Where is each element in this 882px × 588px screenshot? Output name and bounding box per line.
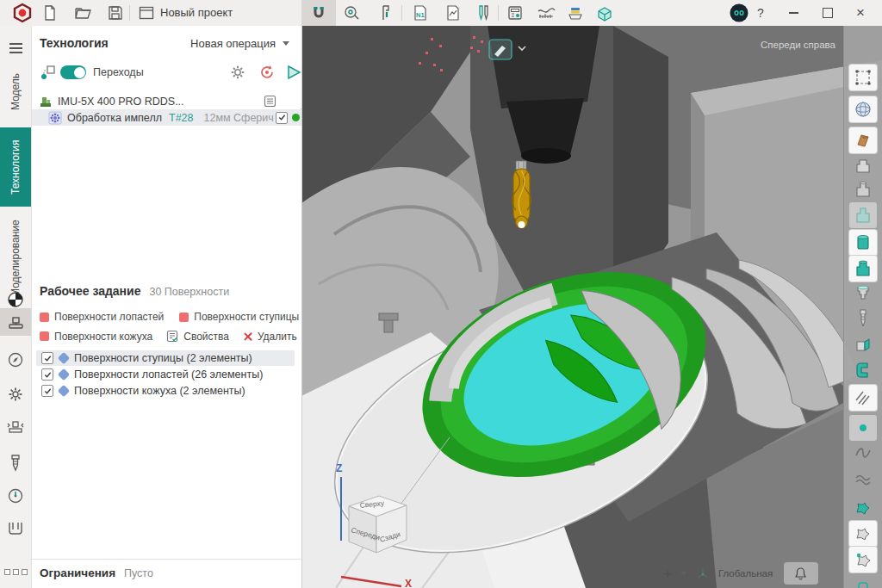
statusbar-chevron-icon[interactable] <box>680 572 687 576</box>
recalculate-icon[interactable] <box>258 64 276 81</box>
app-logo-icon[interactable] <box>12 3 33 23</box>
tag-blades-label[interactable]: Поверхности лопастей <box>54 311 164 323</box>
transitions-toggle[interactable] <box>60 65 86 79</box>
operations-list-icon[interactable] <box>264 95 276 108</box>
close-button[interactable]: × <box>846 0 875 26</box>
delete-icon[interactable] <box>243 331 252 341</box>
axis-z-label: Z <box>336 462 342 474</box>
open-file-icon[interactable] <box>72 3 93 23</box>
settings-gear-icon[interactable] <box>0 381 31 408</box>
machine-sim-icon[interactable] <box>0 413 31 441</box>
tab-technology[interactable]: Технология <box>0 127 31 207</box>
zoom-plus-button[interactable]: + <box>663 566 672 581</box>
viewport-3d[interactable]: Z X Сверху Спереди Сзади Спереди справа … <box>301 26 882 588</box>
minimize-glyph <box>789 12 798 14</box>
project-window-icon[interactable] <box>136 3 157 23</box>
job-item-blades[interactable]: Поверхности лопастей (26 элементы) <box>36 367 295 382</box>
maximize-button[interactable] <box>813 0 842 26</box>
color-swatch-blades[interactable] <box>40 313 49 322</box>
dots-glyph <box>4 569 28 575</box>
vise-icon[interactable] <box>0 515 31 542</box>
constraints-header[interactable]: Ограничения Пусто <box>40 566 153 579</box>
color-swatch-shroud[interactable] <box>40 331 49 341</box>
stock-step-icon[interactable] <box>849 256 877 282</box>
new-file-icon[interactable] <box>40 3 60 23</box>
workpiece-stage1-icon[interactable] <box>849 153 877 179</box>
calculator-icon[interactable] <box>505 3 525 23</box>
surface-flag-point-icon[interactable] <box>849 547 877 573</box>
properties-icon[interactable] <box>166 330 178 343</box>
stock-cylinder-icon[interactable] <box>849 230 877 256</box>
more-panels-icon[interactable] <box>0 558 31 585</box>
point-icon[interactable] <box>849 415 877 441</box>
operation-tool-info: 12мм Сферич <box>204 112 274 124</box>
job-item-checkbox[interactable] <box>41 352 53 364</box>
chevron-down-icon <box>283 41 289 46</box>
workpiece-ghost-icon[interactable] <box>849 202 877 228</box>
tool-bit-icon[interactable] <box>0 449 31 477</box>
properties-label[interactable]: Свойства <box>183 331 229 343</box>
delete-label[interactable]: Удалить <box>258 331 297 343</box>
operation-tree-node[interactable]: Обработка импеллер... Т#28 12мм Сферич <box>31 109 301 126</box>
main-menu-icon[interactable] <box>0 34 31 62</box>
minimize-button[interactable] <box>779 0 808 26</box>
snap-magnet-icon[interactable] <box>308 3 329 23</box>
tag-hub-label[interactable]: Поверхности ступицы <box>194 311 299 323</box>
workpiece-stage2-icon[interactable] <box>849 176 877 202</box>
titlebar: Новый проект N1 <box>0 0 882 26</box>
fixture-bracket-icon[interactable] <box>849 357 877 383</box>
compass-icon[interactable] <box>0 346 31 374</box>
svg-text:N1: N1 <box>416 11 425 19</box>
toolbar-separator <box>498 5 499 21</box>
run-simulation-icon[interactable] <box>286 64 301 81</box>
additive-layers-icon[interactable] <box>565 3 586 23</box>
notifications-button[interactable] <box>784 562 818 585</box>
stock-gray-step-icon[interactable] <box>849 280 877 306</box>
machine-setup-icon[interactable] <box>0 308 31 336</box>
stock-box-icon[interactable] <box>594 3 615 23</box>
measure-tape-icon[interactable] <box>341 3 362 23</box>
operation-status-dot <box>292 114 300 121</box>
surface-flag-teal-icon[interactable] <box>849 495 877 521</box>
surface-diamond-icon <box>58 352 70 364</box>
job-item-hub[interactable]: Поверхности ступицы (2 элементы) <box>36 350 295 366</box>
toolbar-separator <box>129 5 130 21</box>
save-icon[interactable] <box>105 3 126 23</box>
surface-flag-gray-icon[interactable] <box>849 521 877 547</box>
tab-model[interactable]: Модель <box>0 60 31 122</box>
operation-name: Обработка импеллер... <box>67 112 162 124</box>
job-item-checkbox[interactable] <box>41 385 53 397</box>
part-with-insert-icon[interactable] <box>849 331 877 357</box>
tag-shroud-label[interactable]: Поверхности кожуха <box>54 331 152 343</box>
statistics-icon[interactable] <box>536 3 556 23</box>
axis-x-label: X <box>405 578 412 588</box>
view-orientation-label: Спереди справа <box>761 40 835 50</box>
report-icon[interactable] <box>443 3 463 23</box>
caliper-icon[interactable] <box>376 3 396 23</box>
help-button[interactable]: ? <box>746 0 775 26</box>
transitions-graph-icon[interactable] <box>40 64 57 81</box>
wave-surfaces-icon[interactable] <box>849 467 877 492</box>
panel-title: Технология <box>40 36 109 50</box>
coordinate-system-label[interactable]: Глобальная С <box>718 568 775 579</box>
drill-tool-icon[interactable] <box>849 306 877 331</box>
spline-curve-icon[interactable] <box>849 439 877 465</box>
operation-checkbox[interactable] <box>276 112 288 124</box>
job-item-shroud[interactable]: Поверхности кожуха (2 элементы) <box>36 383 295 399</box>
job-item-checkbox[interactable] <box>41 368 53 381</box>
hatch-section-icon[interactable] <box>849 385 877 411</box>
nc-program-icon[interactable]: N1 <box>410 3 431 23</box>
color-swatch-hub[interactable] <box>179 313 189 322</box>
maximize-glyph <box>823 8 833 18</box>
machine-tree-node[interactable]: IMU-5X 400 PRO RDDS... <box>31 93 301 109</box>
coordinate-triad-icon[interactable] <box>696 566 710 580</box>
surface-fold-icon[interactable] <box>849 127 877 153</box>
job-item-label: Поверхности лопастей (26 элементы) <box>74 368 263 381</box>
job-item-label: Поверхности кожуха (2 элементы) <box>74 385 245 397</box>
gauge-icon[interactable] <box>0 482 31 510</box>
sphere-mesh-icon[interactable] <box>849 96 877 122</box>
new-operation-button[interactable]: Новая операция <box>190 37 289 50</box>
mesh-patch-icon[interactable] <box>849 65 877 90</box>
operation-settings-gear-icon[interactable] <box>229 64 246 81</box>
tool-library-icon[interactable] <box>473 3 494 23</box>
